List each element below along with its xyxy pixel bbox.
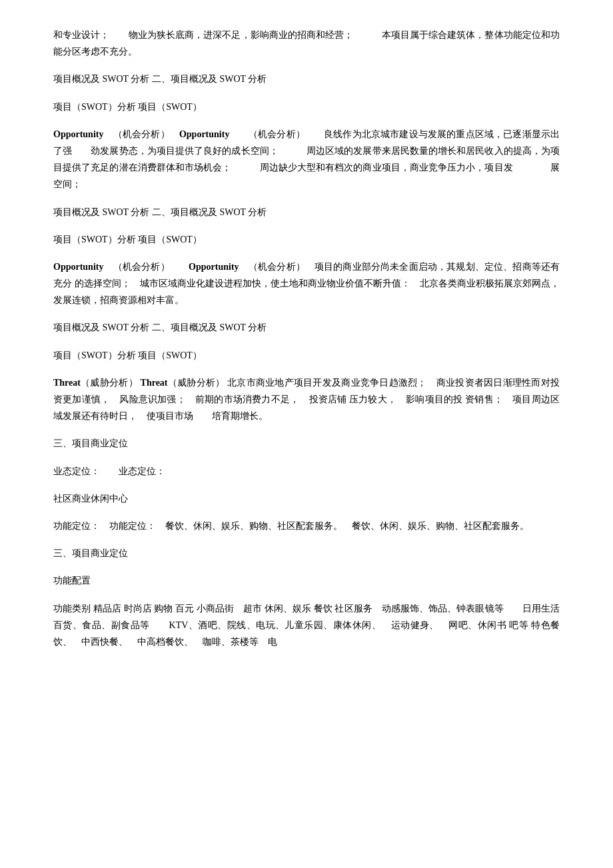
paragraph-3-text: 项目（SWOT）分析 项目（SWOT） — [53, 102, 202, 112]
paragraph-4-text: （机会分析） Opportunity （机会分析） 良线作为北京城市建设与发展的… — [53, 129, 588, 190]
paragraph-2: 项目概况及 SWOT 分析 二、项目概况及 SWOT 分析 — [53, 71, 560, 87]
paragraph-15: 三、项目商业定位 — [53, 545, 560, 562]
paragraph-6-text: 项目（SWOT）分析 项目（SWOT） — [53, 234, 202, 244]
paragraph-16-text: 功能配置 — [53, 576, 91, 586]
paragraph-7: Opportunity （机会分析） Opportunity （机会分析） 项目… — [53, 258, 560, 309]
paragraph-13: 社区商业休闲中心 — [53, 490, 560, 507]
paragraph-5: 项目概况及 SWOT 分析 二、项目概况及 SWOT 分析 — [53, 204, 560, 220]
paragraph-16: 功能配置 — [53, 572, 560, 589]
paragraph-17-text: 功能类别 精品店 时尚店 购物 百元 小商品街 超市 休闲、娱乐 餐饮 社区服务… — [53, 604, 560, 647]
paragraph-9: 项目（SWOT）分析 项目（SWOT） — [53, 347, 560, 364]
paragraph-17: 功能类别 精品店 时尚店 购物 百元 小商品街 超市 休闲、娱乐 餐饮 社区服务… — [53, 600, 560, 651]
paragraph-6: 项目（SWOT）分析 项目（SWOT） — [53, 231, 560, 248]
paragraph-14-text: 功能定位： 功能定位： 餐饮、休闲、娱乐、购物、社区配套服务。 餐饮、休闲、娱乐… — [53, 521, 529, 531]
threat-label-1: Threat — [53, 378, 81, 388]
paragraph-15-text: 三、项目商业定位 — [53, 548, 128, 558]
opportunity-label-1: Opportunity — [53, 129, 103, 139]
opportunity-label-2: Opportunity — [53, 262, 103, 272]
document-body: 和专业设计； 物业为狭长底商，进深不足，影响商业的招商和经营； 本项目属于综合建… — [53, 27, 560, 650]
paragraph-2-text: 项目概况及 SWOT 分析 二、项目概况及 SWOT 分析 — [53, 74, 267, 84]
paragraph-11: 三、项目商业定位 — [53, 435, 560, 452]
paragraph-10-text: （威胁分析） Threat（威胁分析） 北京市商业地产项目开发及商业竞争日趋激烈… — [53, 378, 560, 421]
paragraph-9-text: 项目（SWOT）分析 项目（SWOT） — [53, 350, 202, 360]
paragraph-10: Threat（威胁分析） Threat（威胁分析） 北京市商业地产项目开发及商业… — [53, 374, 560, 425]
paragraph-12: 业态定位： 业态定位： — [53, 463, 560, 480]
paragraph-5-text: 项目概况及 SWOT 分析 二、项目概况及 SWOT 分析 — [53, 207, 267, 217]
paragraph-4: Opportunity （机会分析） Opportunity （机会分析） 良线… — [53, 126, 560, 193]
paragraph-13-text: 社区商业休闲中心 — [53, 494, 128, 504]
paragraph-8-text: 项目概况及 SWOT 分析 二、项目概况及 SWOT 分析 — [53, 322, 267, 332]
paragraph-1-text: 和专业设计； 物业为狭长底商，进深不足，影响商业的招商和经营； 本项目属于综合建… — [53, 30, 560, 57]
paragraph-11-text: 三、项目商业定位 — [53, 438, 128, 448]
paragraph-14: 功能定位： 功能定位： 餐饮、休闲、娱乐、购物、社区配套服务。 餐饮、休闲、娱乐… — [53, 518, 560, 534]
paragraph-12-text: 业态定位： 业态定位： — [53, 466, 165, 476]
paragraph-1: 和专业设计； 物业为狭长底商，进深不足，影响商业的招商和经营； 本项目属于综合建… — [53, 27, 560, 60]
paragraph-8: 项目概况及 SWOT 分析 二、项目概况及 SWOT 分析 — [53, 319, 560, 336]
paragraph-7-text: （机会分析） Opportunity （机会分析） 项目的商业部分尚未全面启动，… — [53, 262, 560, 305]
paragraph-3: 项目（SWOT）分析 项目（SWOT） — [53, 99, 560, 115]
